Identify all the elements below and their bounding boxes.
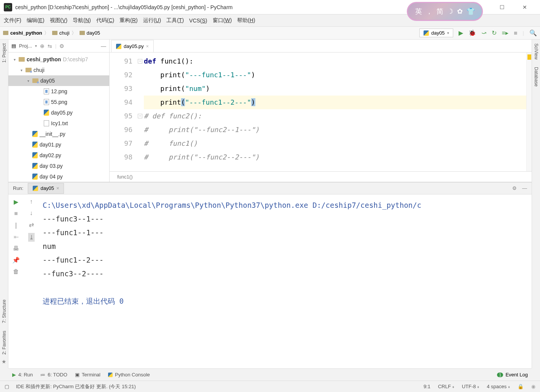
- gear-icon[interactable]: ⚙: [59, 43, 64, 49]
- todo-tool-button[interactable]: ≔6: TODO: [40, 372, 67, 378]
- print-icon[interactable]: 🖶: [13, 245, 19, 252]
- menu-item[interactable]: 视图(V): [50, 17, 68, 24]
- menu-item[interactable]: 重构(R): [119, 17, 137, 24]
- tree-node[interactable]: ▾ceshi_python D:\ceship7: [8, 54, 109, 65]
- run-button[interactable]: ▶: [459, 29, 463, 37]
- bottom-tool-strip: ▶4: Run ≔6: TODO ▣Terminal Python Consol…: [8, 368, 532, 381]
- chevron-down-icon[interactable]: ▾: [35, 44, 37, 48]
- project-tree[interactable]: ▾ceshi_python D:\ceship7▾chuji▾day0512.p…: [8, 53, 109, 182]
- breadcrumb-item[interactable]: ceshi_python〉: [3, 30, 49, 37]
- inspector-icon[interactable]: ◉: [531, 384, 535, 389]
- file-encoding[interactable]: UTF-8 ♦: [462, 384, 479, 389]
- tree-node[interactable]: day05.py: [8, 107, 109, 118]
- menu-item[interactable]: VCS(S): [189, 18, 207, 24]
- down-icon[interactable]: ↓: [30, 210, 33, 217]
- menu-item[interactable]: 编辑(E): [27, 17, 45, 24]
- rerun-button[interactable]: ▶: [14, 198, 18, 206]
- close-button[interactable]: ✕: [517, 2, 532, 13]
- search-button[interactable]: 🔍: [529, 29, 537, 37]
- tree-node[interactable]: day 04 py: [8, 171, 109, 182]
- editor-gutter: 91−92939495−969798: [110, 53, 144, 171]
- tree-node[interactable]: __init__.py: [8, 129, 109, 139]
- menu-item[interactable]: 窗口(W): [213, 17, 232, 24]
- chevron-down-icon: ▾: [447, 31, 449, 35]
- menu-item[interactable]: 文件(F): [4, 17, 21, 24]
- lock-icon[interactable]: 🔒: [518, 384, 524, 389]
- run-output[interactable]: C:\Users\xd\AppData\Local\Programs\Pytho…: [39, 194, 532, 368]
- event-log-button[interactable]: Event Log: [505, 372, 528, 378]
- pause-icon[interactable]: ‖: [14, 221, 18, 229]
- tree-node[interactable]: ▾chuji: [8, 65, 109, 75]
- editor-body[interactable]: 91−92939495−969798 def func1(): print("-…: [110, 53, 532, 171]
- hide-icon[interactable]: —: [101, 43, 106, 49]
- tree-node[interactable]: 55.png: [8, 97, 109, 107]
- menu-item[interactable]: 工具(T): [166, 17, 184, 24]
- collapse-icon[interactable]: ⇆: [48, 43, 52, 49]
- pycharm-icon: PC: [4, 3, 12, 11]
- ime-lang: 英: [415, 7, 422, 16]
- python-icon: [33, 186, 38, 191]
- gear-icon: ✿: [457, 7, 463, 16]
- database-tool-button[interactable]: Database: [534, 67, 539, 86]
- exit-icon[interactable]: ⇤: [14, 233, 19, 241]
- run-pane: Run: day05 × ⚙ — ▶ ■ ‖ ⇤ 🖶 📌 🗑: [8, 182, 532, 368]
- editor-pane: day05.py × 91−92939495−969798 def func1(…: [110, 40, 532, 182]
- run-tab-day05[interactable]: day05 ×: [28, 183, 64, 194]
- wrap-icon[interactable]: ⇄: [29, 221, 34, 228]
- moon-icon: ☽: [447, 7, 453, 16]
- warning-marker[interactable]: [527, 54, 531, 60]
- project-tool-button[interactable]: 1: Project: [2, 43, 7, 63]
- python-icon: [424, 30, 429, 36]
- gear-icon[interactable]: ⚙: [512, 185, 517, 191]
- attach-button[interactable]: ≡▸: [502, 29, 508, 37]
- debug-button[interactable]: 🐞: [468, 29, 476, 37]
- python-icon: [116, 44, 121, 49]
- locate-icon[interactable]: ⊕: [40, 43, 45, 49]
- menu-item[interactable]: 帮助(H): [237, 17, 255, 24]
- breadcrumb-item[interactable]: chuji〉: [52, 30, 76, 37]
- tree-node[interactable]: 12.png: [8, 86, 109, 97]
- up-icon[interactable]: ↑: [30, 198, 33, 205]
- menu-item[interactable]: 导航(N): [73, 17, 91, 24]
- line-separator[interactable]: CRLF ♦: [438, 384, 454, 389]
- marker-bar[interactable]: [526, 53, 532, 171]
- tree-node[interactable]: day02.py: [8, 150, 109, 161]
- caret-position[interactable]: 9:1: [424, 384, 430, 389]
- close-icon[interactable]: ×: [146, 44, 149, 49]
- trash-icon[interactable]: 🗑: [13, 268, 19, 275]
- tree-node[interactable]: Icy1.txt: [8, 118, 109, 129]
- maximize-button[interactable]: ☐: [494, 2, 510, 13]
- console-tool-button[interactable]: Python Console: [108, 372, 150, 378]
- pin-icon[interactable]: 📌: [12, 257, 20, 264]
- sciview-tool-button[interactable]: SciView: [534, 43, 539, 59]
- menu-item[interactable]: 代码(C): [96, 17, 114, 24]
- hide-icon[interactable]: —: [522, 185, 527, 191]
- scroll-icon[interactable]: ⤓: [28, 233, 35, 242]
- editor-tab-day05[interactable]: day05.py ×: [111, 40, 154, 52]
- project-icon: ▤: [11, 43, 16, 49]
- run-tool-button[interactable]: ▶4: Run: [12, 372, 33, 378]
- terminal-tool-button[interactable]: ▣Terminal: [75, 372, 100, 378]
- status-icon[interactable]: ▢: [5, 384, 9, 389]
- tree-node[interactable]: day01.py: [8, 139, 109, 150]
- tree-node[interactable]: day 03.py: [8, 161, 109, 171]
- close-icon[interactable]: ×: [56, 185, 59, 191]
- editor-breadcrumb[interactable]: func1(): [110, 171, 532, 182]
- tree-node[interactable]: ▾day05: [8, 75, 109, 86]
- menu-item[interactable]: 运行(U): [143, 17, 161, 24]
- stop-button[interactable]: ■: [14, 210, 18, 217]
- favorites-tool-button[interactable]: 2: Favorites: [2, 331, 7, 355]
- stop-button[interactable]: ■: [514, 30, 518, 37]
- run-pane-header: Run: day05 × ⚙ —: [8, 182, 532, 194]
- breadcrumb-item[interactable]: day05: [80, 30, 100, 36]
- shirt-icon: 👕: [467, 7, 475, 16]
- editor-tab-label: day05.py: [124, 43, 144, 49]
- coverage-button[interactable]: ⤻: [481, 29, 486, 37]
- profile-button[interactable]: ↻: [492, 29, 497, 37]
- run-config-selector[interactable]: day05 ▾: [419, 29, 453, 37]
- editor-code[interactable]: def func1(): print("---func1--1---") pri…: [144, 53, 526, 171]
- indent-config[interactable]: 4 spaces ♦: [487, 384, 510, 389]
- ime-overlay[interactable]: 英 ， 简 ☽ ✿ 👕: [407, 2, 483, 21]
- status-bar: ▢ IDE 和插件更新: PyCharm 已准备好 更新. (今天 15:21)…: [0, 381, 540, 392]
- structure-tool-button[interactable]: 7: Structure: [2, 300, 7, 323]
